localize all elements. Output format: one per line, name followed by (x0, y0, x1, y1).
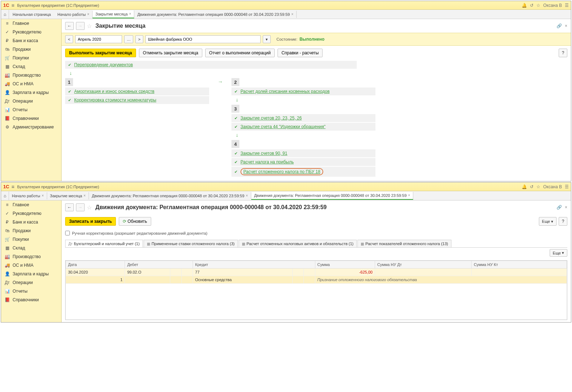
star-icon[interactable]: ☆ (536, 184, 540, 189)
close-icon[interactable]: × (408, 193, 410, 197)
sidebar-item-warehouse[interactable]: ▦Склад (1, 62, 61, 71)
history-icon[interactable]: ↺ (530, 184, 533, 189)
sidebar-item-production[interactable]: 🏭Производство (1, 252, 61, 261)
col-sum-nu-dt[interactable]: Сумма НУ Дт (375, 261, 471, 269)
forward-button[interactable]: → (76, 203, 85, 211)
operation-link[interactable]: Закрытие счета 44 "Издержки обращения" (240, 124, 325, 129)
help-button[interactable]: ? (559, 217, 567, 226)
home-tab[interactable]: ⌂ (1, 10, 9, 19)
tab-document-movements[interactable]: Движения документа: Регламентная операци… (134, 11, 297, 18)
col-date[interactable]: Дата (66, 261, 125, 269)
operation-link-deferred-tax[interactable]: Расчет отложенного налога по ПБУ 18 (240, 168, 323, 175)
operation-link[interactable]: Закрытие счетов 20, 23, 25, 26 (240, 116, 302, 121)
sidebar-item-bank[interactable]: ₽Банк и касса (1, 36, 61, 45)
sidebar-item-manager[interactable]: ✓Руководителю (1, 28, 61, 36)
sidebar-item-warehouse[interactable]: ▦Склад (1, 244, 61, 252)
back-button[interactable]: ← (65, 203, 74, 211)
operation-link[interactable]: Закрытие счетов 90, 91 (240, 151, 287, 156)
settings-icon[interactable]: ☰ (565, 184, 569, 189)
tab-start-work[interactable]: Начало работы× (9, 192, 47, 199)
sidebar-item-catalogs[interactable]: 📕Справочники (1, 296, 61, 304)
close-icon[interactable]: × (246, 194, 248, 198)
user-label[interactable]: Оксана В (543, 184, 562, 189)
operation-link[interactable]: Амортизация и износ основных средств (74, 89, 154, 94)
close-icon[interactable]: × (565, 23, 567, 28)
tab-document-movements-1[interactable]: Движения документа: Регламентная операци… (89, 192, 251, 199)
tab-document-movements-2[interactable]: Движения документа: Регламентная операци… (251, 192, 414, 200)
sidebar-item-main[interactable]: ≡Главное (1, 200, 61, 209)
close-icon[interactable]: × (84, 194, 86, 198)
sidebar-item-main[interactable]: ≡Главное (1, 19, 61, 28)
tab-closing-month[interactable]: Закрытие месяца× (93, 10, 134, 18)
col-debit[interactable]: Дебет (125, 261, 193, 269)
start-page-tab[interactable]: Начальная страница (9, 11, 54, 18)
prev-period-button[interactable]: < (65, 35, 73, 43)
bell-icon[interactable]: 🔔 (522, 3, 527, 8)
link-icon[interactable]: 🔗 (557, 23, 562, 28)
close-icon[interactable]: × (565, 205, 567, 210)
sidebar-item-salary[interactable]: 👤Зарплата и кадры (1, 270, 61, 278)
operations-report-button[interactable]: Отчет о выполнении операций (205, 49, 275, 57)
save-close-button[interactable]: Записать и закрыть (65, 217, 116, 226)
forward-button[interactable]: → (76, 22, 85, 30)
home-tab[interactable]: ⌂ (1, 192, 9, 200)
references-button[interactable]: Справки - расчеты (278, 49, 323, 57)
col-sum-nu-kt[interactable]: Сумма НУ Кт (472, 261, 567, 269)
sidebar-item-bank[interactable]: ₽Банк и касса (1, 218, 61, 226)
table-row[interactable]: 1 Основные средства Признание отложенног… (66, 276, 567, 284)
menu-icon[interactable]: ≡ (12, 3, 14, 8)
favorite-icon[interactable]: ☆ (87, 204, 92, 211)
help-button[interactable]: ? (559, 49, 567, 57)
star-icon[interactable]: ☆ (536, 3, 540, 8)
close-icon[interactable]: × (42, 194, 44, 198)
user-label[interactable]: Оксана В (543, 3, 562, 8)
operation-link[interactable]: Расчет налога на прибыль (240, 159, 294, 165)
bell-icon[interactable]: 🔔 (522, 184, 527, 189)
tab-start-work[interactable]: Начало работы× (54, 11, 93, 18)
sidebar-item-catalogs[interactable]: 📕Справочники (1, 114, 61, 123)
sidebar-item-manager[interactable]: ✓Руководителю (1, 209, 61, 218)
org-dropdown-button[interactable]: ▾ (263, 35, 271, 43)
execute-button[interactable]: Выполнить закрытие месяца (65, 49, 136, 57)
manual-correction-checkbox[interactable] (65, 231, 70, 235)
link-icon[interactable]: 🔗 (557, 205, 562, 210)
sidebar-item-os-nma[interactable]: 🚚ОС и НМА (1, 261, 61, 270)
sidebar-item-admin[interactable]: ⚙Администрирование (1, 123, 61, 131)
col-sum[interactable]: Сумма (315, 261, 375, 269)
repost-link[interactable]: Перепроведение документов (74, 62, 133, 67)
sidebar-item-sales[interactable]: 🛍Продажи (1, 226, 61, 235)
close-icon[interactable]: × (87, 12, 89, 16)
col-credit[interactable]: Кредит (193, 261, 315, 269)
subtab-applied-rates[interactable]: ▦Примененные ставки отложенного налога (… (144, 240, 238, 247)
subtab-deferred-assets[interactable]: ▦Расчет отложенных налоговых активов и о… (239, 240, 357, 247)
back-button[interactable]: ← (65, 22, 74, 30)
sidebar-item-reports[interactable]: 📊Отчеты (1, 287, 61, 296)
sidebar-item-purchases[interactable]: 🛒Покупки (1, 54, 61, 62)
sidebar-item-operations[interactable]: ДтОперации (1, 278, 61, 287)
menu-icon[interactable]: ≡ (12, 184, 14, 190)
organization-select[interactable] (145, 35, 261, 43)
operation-link[interactable]: Расчет долей списания косвенных расходов (240, 89, 330, 94)
more-button[interactable]: Еще ▾ (539, 217, 557, 226)
refresh-button[interactable]: ⟳ Обновить (119, 217, 151, 226)
close-icon[interactable]: × (129, 12, 131, 16)
close-icon[interactable]: × (291, 12, 293, 16)
operation-link[interactable]: Корректировка стоимости номенклатуры (74, 98, 156, 103)
sidebar-item-salary[interactable]: 👤Зарплата и кадры (1, 88, 61, 97)
table-more-button[interactable]: Еще ▾ (550, 249, 567, 257)
period-input[interactable] (75, 35, 122, 43)
sidebar-item-os-nma[interactable]: 🚚ОС и НМА (1, 80, 61, 88)
sidebar-item-operations[interactable]: ДтОперации (1, 97, 61, 105)
cancel-closing-button[interactable]: Отменить закрытие месяца (139, 49, 202, 57)
next-period-button[interactable]: > (135, 35, 143, 43)
period-select-button[interactable]: … (124, 35, 133, 43)
favorite-icon[interactable]: ☆ (87, 23, 92, 30)
sidebar-item-production[interactable]: 🏭Производство (1, 71, 61, 80)
sidebar-item-sales[interactable]: 🛍Продажи (1, 45, 61, 54)
history-icon[interactable]: ↺ (530, 3, 533, 8)
tab-closing-month[interactable]: Закрытие месяца× (47, 192, 89, 199)
subtab-accounting[interactable]: ДтБухгалтерский и налоговый учет (1) (65, 240, 143, 247)
sidebar-item-purchases[interactable]: 🛒Покупки (1, 235, 61, 244)
settings-icon[interactable]: ☰ (565, 3, 569, 8)
sidebar-item-reports[interactable]: 📊Отчеты (1, 105, 61, 114)
